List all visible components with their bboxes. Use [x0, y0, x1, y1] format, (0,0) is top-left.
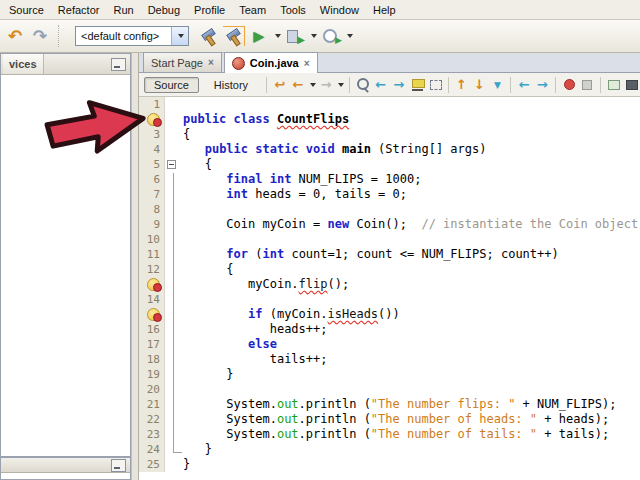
line-number-gutter: 22: [139, 412, 165, 427]
line-number-gutter: 16: [139, 322, 165, 337]
back-icon[interactable]: [290, 76, 306, 94]
menu-item-help[interactable]: Help: [366, 2, 403, 18]
code-token: myCoin.: [183, 277, 299, 291]
history-view-button[interactable]: History: [204, 77, 258, 93]
menu-item-run[interactable]: Run: [106, 2, 140, 18]
close-icon[interactable]: ×: [208, 57, 214, 68]
error-badge-icon[interactable]: [147, 113, 160, 126]
code-line-text[interactable]: tails++;: [179, 352, 328, 367]
code-token: Coin myCoin =: [183, 217, 328, 231]
next-bookmark-icon[interactable]: [471, 76, 487, 94]
code-line-text[interactable]: int heads = 0, tails = 0;: [179, 187, 407, 202]
profile-icon[interactable]: [320, 26, 342, 46]
error-gutter-cell[interactable]: [139, 277, 165, 292]
line-number-gutter: 24: [139, 442, 165, 457]
code-line-text[interactable]: }: [179, 457, 190, 472]
chevron-down-icon[interactable]: [311, 34, 317, 38]
last-edit-icon[interactable]: [272, 76, 288, 94]
code-line: 5 {: [139, 157, 640, 172]
code-line-text[interactable]: System.out.println ("The number of heads…: [179, 412, 609, 427]
menu-item-source[interactable]: Source: [2, 2, 51, 18]
clean-build-icon[interactable]: [223, 26, 245, 46]
comment-icon[interactable]: [606, 76, 622, 94]
chevron-down-icon[interactable]: [347, 34, 353, 38]
code-line-text[interactable]: final int NUM_FLIPS = 1000;: [179, 172, 421, 187]
code-line: 10: [139, 232, 640, 247]
menu-item-debug[interactable]: Debug: [141, 2, 187, 18]
minimize-panel-icon[interactable]: [111, 459, 126, 472]
previous-bookmark-icon[interactable]: [454, 76, 470, 94]
code-fold-column: [165, 97, 179, 112]
code-line-text[interactable]: System.out.println ("The number flips: "…: [179, 397, 617, 412]
code-line-text[interactable]: public class CountFlips: [179, 112, 349, 127]
code-line-text[interactable]: else: [179, 337, 277, 352]
error-gutter-cell[interactable]: [139, 307, 165, 322]
stop-macro-icon[interactable]: [579, 76, 595, 94]
run-icon[interactable]: [248, 26, 270, 46]
code-token: [183, 142, 205, 156]
code-line-text[interactable]: }: [179, 367, 234, 382]
menu-item-window[interactable]: Window: [313, 2, 366, 18]
shift-left-icon[interactable]: [516, 76, 532, 94]
code-line-text[interactable]: myCoin.flip();: [179, 277, 349, 292]
redo-icon[interactable]: [29, 26, 51, 46]
services-panel-tab[interactable]: vices: [3, 54, 44, 74]
debug-icon[interactable]: [284, 26, 306, 46]
menu-item-team[interactable]: Team: [232, 2, 273, 18]
code-fold-column: [165, 112, 179, 127]
code-line-text[interactable]: if (myCoin.isHeads()): [179, 307, 400, 322]
bottom-left-panel: [0, 457, 131, 480]
chevron-down-icon[interactable]: [338, 83, 344, 87]
shift-right-icon[interactable]: [534, 76, 550, 94]
tab-coin-java[interactable]: Coin.java×: [224, 52, 318, 73]
toggle-highlight-icon[interactable]: [409, 76, 425, 94]
code-line-text[interactable]: {: [179, 157, 212, 172]
undo-icon[interactable]: [4, 26, 26, 46]
code-line-text[interactable]: public static void main (String[] args): [179, 142, 486, 157]
minimize-panel-icon[interactable]: [111, 58, 126, 71]
code-line-text[interactable]: for (int count=1; count <= NUM_FLIPS; co…: [179, 247, 559, 262]
code-token: {: [183, 262, 234, 276]
main-toolbar: <default config>: [0, 20, 640, 53]
close-icon[interactable]: ×: [304, 58, 310, 69]
tab-start-page[interactable]: Start Page×: [143, 52, 222, 72]
find-next-icon[interactable]: [391, 76, 407, 94]
code-line: 24 }: [139, 442, 640, 457]
toggle-bookmark-icon[interactable]: [489, 76, 505, 94]
toolbar-separator: [555, 77, 556, 93]
code-line-text[interactable]: }: [179, 442, 212, 457]
source-view-button[interactable]: Source: [144, 77, 199, 93]
menu-item-profile[interactable]: Profile: [187, 2, 232, 18]
uncomment-icon[interactable]: [624, 76, 640, 94]
menu-item-tools[interactable]: Tools: [273, 2, 313, 18]
menu-item-refactor[interactable]: Refactor: [51, 2, 107, 18]
toolbar-separator: [58, 25, 62, 47]
config-select-dropdown-icon[interactable]: [171, 27, 188, 45]
line-number-gutter: 4: [139, 142, 165, 157]
chevron-down-icon[interactable]: [275, 34, 281, 38]
error-gutter-cell[interactable]: [139, 112, 165, 127]
code-line: 17 else: [139, 337, 640, 352]
chevron-down-icon[interactable]: [310, 83, 316, 87]
find-previous-icon[interactable]: [373, 76, 389, 94]
forward-icon[interactable]: [318, 76, 334, 94]
code-line-text[interactable]: Coin myCoin = new Coin(); // instantiate…: [179, 217, 638, 232]
error-badge-icon[interactable]: [147, 308, 160, 321]
find-selection-icon[interactable]: [355, 76, 371, 94]
code-line-text[interactable]: System.out.println ("The number of tails…: [179, 427, 609, 442]
rect-select-icon[interactable]: [427, 76, 443, 94]
code-line-text[interactable]: heads++;: [179, 322, 328, 337]
code-line-text[interactable]: {: [179, 262, 234, 277]
line-number-gutter: 17: [139, 337, 165, 352]
config-select[interactable]: <default config>: [75, 26, 189, 46]
build-icon[interactable]: [198, 26, 220, 46]
panel-splitter[interactable]: [131, 53, 139, 480]
code-editor[interactable]: 1public class CountFlips3{4 public stati…: [139, 97, 640, 480]
error-badge-icon[interactable]: [147, 278, 160, 291]
code-token: flip: [299, 277, 328, 291]
code-line-text[interactable]: {: [179, 127, 190, 142]
line-number-gutter: 3: [139, 127, 165, 142]
code-token: for: [226, 247, 248, 261]
collapse-fold-icon[interactable]: [167, 160, 176, 169]
record-macro-icon[interactable]: [561, 76, 577, 94]
